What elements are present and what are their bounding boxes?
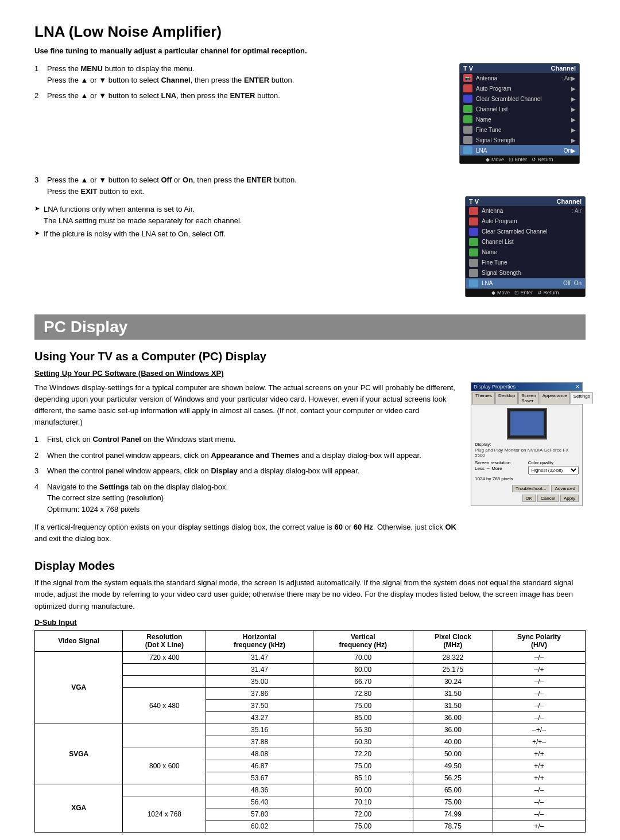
vfreq: 56.30: [313, 724, 413, 736]
pc-steps: 1 First, click on Control Panel on the W…: [34, 434, 459, 515]
picture-icon: [469, 217, 478, 225]
sync: –/–: [493, 687, 586, 699]
tv-row: Clear Scrambled Channel ▶: [460, 94, 579, 104]
sync: +/+: [493, 748, 586, 760]
cancel-button[interactable]: Cancel: [537, 495, 559, 502]
hfreq: 60.02: [206, 820, 313, 832]
pixel: 25.175: [413, 663, 493, 675]
hfreq: 35.16: [206, 724, 313, 736]
pixel: 74.99: [413, 808, 493, 820]
lna-subtitle: Use fine tuning to manually adjust a par…: [34, 46, 586, 55]
sync: –/–: [493, 675, 586, 687]
pixel: 28.322: [413, 651, 493, 663]
setup-icon: [463, 126, 472, 134]
pixel: 50.00: [413, 748, 493, 760]
vfreq: 70.00: [313, 651, 413, 663]
th-horizontal: Horizontalfrequency (kHz): [206, 630, 313, 651]
tab-desktop[interactable]: Desktop: [495, 392, 518, 404]
signal-xga: XGA: [35, 784, 123, 832]
res-720: 720 x 400: [123, 651, 206, 663]
tv-row: Antenna : Air: [466, 206, 585, 216]
color-label: Color quality: [528, 460, 579, 465]
tv-header-1: T V Channel: [460, 64, 579, 73]
tab-themes[interactable]: Themes: [472, 392, 495, 404]
win-tabs: Themes Desktop Screen Saver Appearance S…: [471, 391, 582, 405]
table-row: XGA 48.36 60.00 65.00 –/–: [35, 784, 586, 796]
troubleshoot-button[interactable]: Troubleshoot...: [512, 485, 549, 492]
win-close-btn: ✕: [575, 384, 580, 390]
hfreq: 48.36: [206, 784, 313, 796]
tv-row: Fine Tune: [466, 258, 585, 268]
advanced-button[interactable]: Advanced: [551, 485, 579, 492]
lna-step-3: 3 Press the ▲ or ▼ button to select Off …: [34, 174, 586, 197]
table-header-row: Video Signal Resolution(Dot X Line) Hori…: [35, 630, 586, 651]
tv-ui-channel-1: T V Channel 📷 Antenna : Air ▶ Auto Progr…: [459, 63, 580, 164]
tv-row: Auto Program: [466, 216, 585, 227]
step-num: 2: [34, 90, 42, 102]
display-modes-intro: If the signal from the system equals the…: [34, 577, 586, 612]
sync: –/–: [493, 796, 586, 808]
sync: –/–: [493, 711, 586, 724]
th-resolution: Resolution(Dot X Line): [123, 630, 206, 651]
tv-row: Name ▶: [460, 114, 579, 125]
picture-icon: 📷: [463, 74, 472, 82]
pc-content-area: The Windows display-settings for a typic…: [34, 382, 586, 551]
vfreq: 60.30: [313, 736, 413, 748]
vfreq: 66.70: [313, 675, 413, 687]
pixel: 78.75: [413, 820, 493, 832]
res-empty: [123, 675, 206, 687]
display-field: Display: Plug and Play Monitor on NVIDIA…: [475, 442, 579, 458]
hfreq: 43.27: [206, 711, 313, 724]
res-empty: [123, 663, 206, 675]
res-empty: [123, 784, 206, 796]
table-body: VGA 720 x 400 31.47 70.00 28.322 –/– 31.…: [35, 651, 586, 832]
sound-icon: [463, 95, 472, 103]
hfreq: 48.08: [206, 748, 313, 760]
hfreq: 46.87: [206, 760, 313, 772]
ok-button[interactable]: OK: [522, 495, 536, 502]
color-field: Color quality Highest (32-bit): [528, 460, 579, 475]
vfreq: 70.10: [313, 796, 413, 808]
th-vertical: Verticalfrequency (Hz): [313, 630, 413, 651]
setup-icon: [463, 136, 472, 144]
pixel: 40.00: [413, 736, 493, 748]
resolution-label: Screen resolution: [475, 460, 526, 465]
pixel: 31.50: [413, 687, 493, 699]
sync: –+/–: [493, 724, 586, 736]
sync: –/–: [493, 808, 586, 820]
tv-row: Signal Strength: [466, 268, 585, 278]
lna-steps: 1 Press the MENU button to display the m…: [34, 63, 448, 102]
lna-step-2: 2 Press the ▲ or ▼ button to select LNA,…: [34, 90, 448, 102]
tv-footer-2: ◆ Move ⊡ Enter ↺ Return: [466, 289, 585, 297]
monitor-screen: [510, 411, 544, 435]
hfreq: 56.40: [206, 796, 313, 808]
color-select[interactable]: Highest (32-bit): [528, 466, 579, 475]
tab-appearance[interactable]: Appearance: [540, 392, 570, 404]
resolution-field: Screen resolution Less ↔ More: [475, 460, 526, 475]
lna-text: 1 Press the MENU button to display the m…: [34, 63, 448, 170]
sync: +/+–: [493, 736, 586, 748]
hfreq: 31.47: [206, 651, 313, 663]
troubleshoot-buttons: Troubleshoot... Advanced: [475, 485, 579, 492]
lna-step-1: 1 Press the MENU button to display the m…: [34, 63, 448, 85]
tv-row-lna-2: LNA Off On: [466, 278, 585, 289]
sound-icon: [469, 228, 478, 236]
pixel: 31.50: [413, 699, 493, 711]
table-row: SVGA 35.16 56.30 36.00 –+/–: [35, 724, 586, 736]
lna-content: 1 Press the MENU button to display the m…: [34, 63, 586, 170]
pixel: 49.50: [413, 760, 493, 772]
apply-button[interactable]: Apply: [560, 495, 579, 502]
pc-display-section: Using Your TV as a Computer (PC) Display…: [34, 350, 586, 551]
ok-cancel-buttons: OK Cancel Apply: [475, 495, 579, 502]
pc-sub-subsection: Setting Up Your PC Software (Based on Wi…: [34, 369, 586, 378]
tv-row: Channel List ▶: [460, 104, 579, 114]
picture-icon: [469, 207, 478, 215]
th-sync-polarity: Sync Polarity(H/V): [493, 630, 586, 651]
pixel: 36.00: [413, 711, 493, 724]
tab-screensaver[interactable]: Screen Saver: [518, 392, 538, 404]
step-num: 1: [34, 63, 42, 85]
pc-display-header: PC Display: [34, 314, 586, 340]
win-dialog: Display Properties ✕ Themes Desktop Scre…: [471, 382, 583, 506]
res-800: 800 x 600: [123, 748, 206, 784]
tab-settings[interactable]: Settings: [571, 392, 593, 404]
